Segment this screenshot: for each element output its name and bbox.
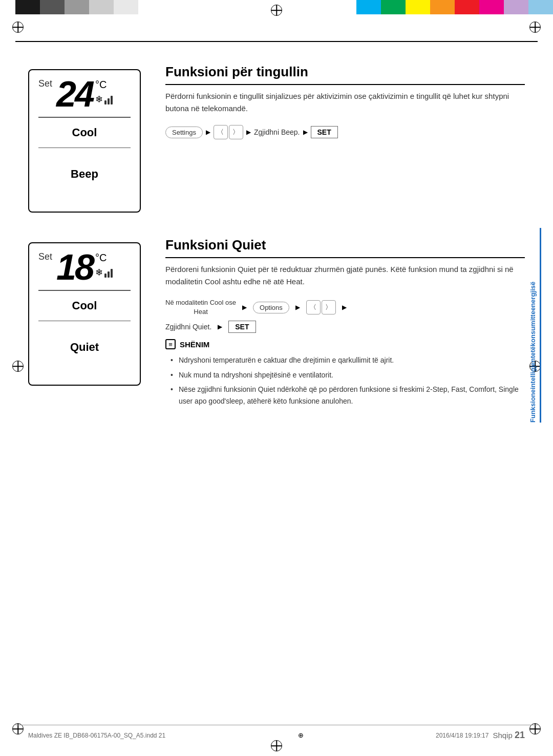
flow-line-1-quiet: Në modalitetin Cool ose Heat ▶ Options ▶… [165, 298, 525, 317]
top-rule [15, 41, 538, 42]
flow-arrow-quiet-2: ▶ [295, 304, 300, 311]
flow-arrow-2: ▶ [246, 129, 251, 136]
mode-label-quiet: Cool [72, 299, 97, 312]
bars-icon-beep [104, 94, 113, 104]
sidebar-vertical-text: Funksioneintelligjentetëkonsumitteenergj… [529, 228, 541, 423]
mode-text-line1: Në modalitetin Cool ose [165, 298, 236, 307]
section-quiet: Set 18 °C ❄ [28, 237, 525, 410]
note-list: Ndryshoni temperaturën e caktuar dhe dre… [165, 354, 525, 407]
section-beep: Set 24 °C ❄ [28, 64, 525, 213]
bar-1 [104, 100, 107, 104]
note-section: ≡ SHËNIM Ndryshoni temperaturën e caktua… [165, 339, 525, 407]
color-swatches-right [356, 0, 553, 14]
display-box-quiet: Set 18 °C ❄ [28, 242, 141, 386]
swatch-black [15, 0, 40, 14]
note-item-1: Ndryshoni temperaturën e caktuar dhe dre… [171, 354, 525, 366]
section-beep-title: Funksioni për tingullin [165, 64, 525, 85]
swatch-green [381, 0, 406, 14]
divider-2-quiet [38, 321, 131, 322]
page-number: 21 [515, 730, 525, 740]
note-header-text: SHËNIM [180, 340, 209, 349]
swatch-red [455, 0, 479, 14]
swatch-cyan [356, 0, 381, 14]
nav-group-quiet: 〈 〉 [306, 300, 336, 314]
footer-right: 2016/4/18 19:19:17 Shqip 21 [436, 730, 525, 741]
temp-value-beep: 24 [56, 78, 93, 111]
footer-page: Shqip 21 [493, 730, 525, 741]
flow-text-beep: Zgjidhni Beep. [254, 128, 300, 136]
section-quiet-content: Funksioni Quiet Përdoreni funksionin Qui… [165, 237, 525, 410]
swatch-light-blue [528, 0, 553, 14]
flow-diagram-quiet: Në modalitetin Cool ose Heat ▶ Options ▶… [165, 298, 525, 333]
temp-value-quiet: 18 [56, 251, 93, 284]
reg-mark-top-right [527, 19, 543, 35]
footer-filename: Maldives ZE IB_DB68-06175A-00_SQ_A5.indd… [28, 732, 165, 739]
beep-label: Beep [71, 167, 98, 181]
swatch-magenta [479, 0, 504, 14]
mode-text-quiet: Në modalitetin Cool ose Heat [165, 298, 236, 317]
section-quiet-title: Funksioni Quiet [165, 237, 525, 258]
reg-mark-mid-left [10, 359, 26, 374]
note-icon: ≡ [165, 339, 176, 349]
divider-1-beep [38, 117, 131, 118]
note-header: ≡ SHËNIM [165, 339, 525, 349]
reg-mark-top-center [269, 3, 284, 18]
page-lang: Shqip [493, 731, 512, 740]
bar-2-quiet [108, 271, 110, 278]
section-quiet-description: Përdoreni funksionin Quiet për të redukt… [165, 263, 525, 288]
swatch-dark-gray [40, 0, 65, 14]
swatch-lavender [504, 0, 528, 14]
bars-icon-quiet [104, 267, 113, 278]
temp-icons-quiet: ❄ [95, 267, 113, 278]
bar-3-quiet [111, 269, 113, 278]
note-item-3: Nëse zgjidhni funksionin Quiet ndërkohë … [171, 384, 525, 407]
nav-right-btn-beep[interactable]: 〉 [229, 125, 243, 139]
snowflake-icon-beep: ❄ [95, 94, 103, 105]
footer-date: 2016/4/18 19:19:17 [436, 732, 488, 739]
temp-right-quiet: °C ❄ [95, 251, 113, 278]
main-content: Set 24 °C ❄ [28, 49, 525, 720]
options-button-quiet[interactable]: Options [253, 302, 289, 313]
footer-registration-icon: ⊕ [298, 731, 304, 739]
bar-3 [111, 96, 113, 104]
swatch-mid-gray [65, 0, 89, 14]
reg-mark-bottom-left [10, 721, 26, 737]
nav-left-btn-quiet[interactable]: 〈 [306, 300, 321, 314]
flow-line-2-quiet: Zgjidhni Quiet. ▶ SET [165, 321, 525, 333]
display-box-beep: Set 24 °C ❄ [28, 69, 141, 213]
temp-icons-beep: ❄ [95, 94, 113, 105]
note-item-2: Nuk mund ta ndryshoni shpejtësinë e vent… [171, 369, 525, 381]
divider-2-beep [38, 148, 131, 149]
mode-label-beep: Cool [72, 126, 97, 139]
reg-mark-top-left [10, 19, 26, 35]
set-button-quiet[interactable]: SET [228, 321, 256, 333]
settings-button[interactable]: Settings [165, 127, 203, 138]
mode-text-line2: Heat [194, 307, 207, 317]
footer: Maldives ZE IB_DB68-06175A-00_SQ_A5.indd… [28, 730, 525, 741]
swatch-yellow [406, 0, 430, 14]
flow-text-quiet: Zgjidhni Quiet. [165, 323, 211, 331]
flow-arrow-quiet-3: ▶ [342, 304, 347, 311]
bar-2 [108, 98, 110, 104]
nav-left-btn-beep[interactable]: 〈 [214, 125, 228, 139]
set-button-beep[interactable]: SET [311, 126, 338, 138]
flow-arrow-quiet-1: ▶ [242, 304, 247, 311]
swatch-orange [430, 0, 455, 14]
section-beep-description: Përdorni funksionin e tingullit sinjaliz… [165, 90, 525, 115]
swatch-very-light-gray [114, 0, 138, 14]
divider-1-quiet [38, 290, 131, 291]
set-label-beep: Set [38, 78, 52, 89]
set-label-quiet: Set [38, 251, 52, 262]
bottom-rule [15, 725, 538, 725]
reg-mark-bottom-right [527, 721, 543, 737]
section-beep-content: Funksioni për tingullin Përdorni funksio… [165, 64, 525, 145]
flow-arrow-3: ▶ [303, 129, 308, 136]
bar-1-quiet [104, 274, 107, 278]
flow-diagram-beep: Settings ▶ 〈 〉 ▶ Zgjidhni Beep. ▶ SET [165, 125, 525, 139]
temp-celsius-beep: °C [95, 78, 107, 91]
swatch-light-gray [89, 0, 114, 14]
flow-arrow-quiet-4: ▶ [218, 323, 222, 330]
nav-right-btn-quiet[interactable]: 〉 [322, 300, 336, 314]
quiet-label: Quiet [70, 341, 99, 354]
temp-right-beep: °C ❄ [95, 78, 113, 105]
